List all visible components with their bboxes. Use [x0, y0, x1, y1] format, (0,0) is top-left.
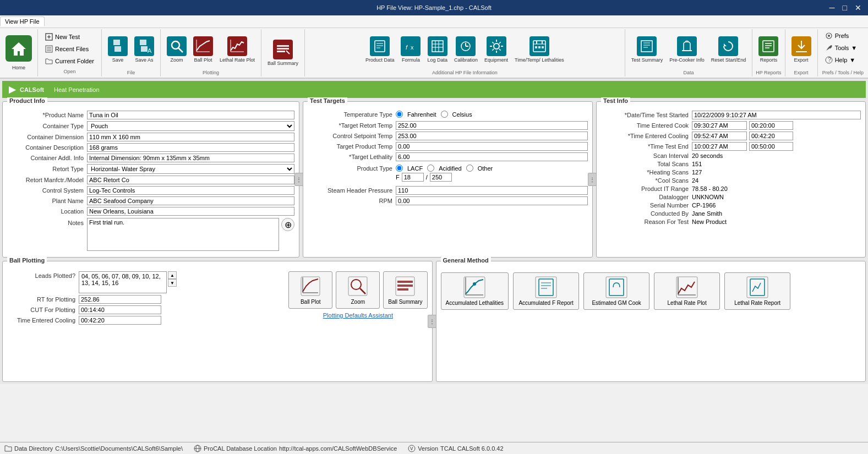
- current-folder-button[interactable]: Current Folder: [42, 56, 97, 67]
- lethal-rate-plot-button[interactable]: Lethal Rate Plot: [217, 34, 258, 65]
- time-entered-cook-input1[interactable]: [692, 121, 747, 130]
- notes-label: Notes: [7, 218, 87, 226]
- f-value2-input[interactable]: [430, 173, 452, 182]
- ball-summary-panel-btn[interactable]: Ball Summary: [383, 271, 427, 309]
- version-label: Version: [418, 445, 438, 452]
- time-entered-cooling-input2[interactable]: [749, 132, 793, 140]
- container-desc-label: Container Description: [7, 144, 87, 151]
- target-product-row: Target Product Temp: [308, 142, 588, 151]
- control-setpoint-input[interactable]: [396, 132, 588, 140]
- time-entered-cooling-input1[interactable]: [692, 132, 747, 140]
- ball-plot-button[interactable]: Ball Plot: [190, 34, 216, 65]
- fahrenheit-radio[interactable]: [396, 111, 403, 118]
- retort-type-select[interactable]: Horizontal- Water Spray: [87, 164, 294, 174]
- pre-cooker-button[interactable]: Pre-Cooker Info: [667, 34, 707, 65]
- tec-input[interactable]: [79, 316, 161, 325]
- zoom-button[interactable]: Zoom: [164, 34, 189, 65]
- recent-files-button[interactable]: Recent Files: [42, 43, 97, 54]
- conducted-by-label: Conducted By: [601, 210, 692, 217]
- home-button[interactable]: [6, 35, 32, 62]
- celsius-radio[interactable]: [441, 111, 448, 118]
- time-temp-button[interactable]: Time/Temp/ Lethalities: [512, 34, 567, 65]
- retort-manfctr-input[interactable]: [87, 176, 294, 184]
- lethal-rate-plot-panel-btn[interactable]: Lethal Rate Plot: [654, 272, 720, 310]
- heating-scans-value: 127: [692, 169, 702, 176]
- log-data-button[interactable]: Log Data: [424, 34, 450, 65]
- time-test-end-label: *Time Test End: [601, 143, 692, 150]
- time-entered-cook-input2[interactable]: [749, 121, 793, 130]
- container-addl-row: Container Addl. Info: [7, 154, 294, 162]
- plotting-assistant-link[interactable]: Plotting Defaults Assistant: [323, 312, 393, 319]
- product-it-value: 78.58 - 80.20: [692, 185, 728, 192]
- target-product-input[interactable]: [396, 142, 588, 151]
- export-button[interactable]: Export: [789, 34, 814, 65]
- accumulated-lethalities-btn[interactable]: Accumulated Lethalities: [441, 272, 509, 310]
- reset-button[interactable]: Reset Start/End: [708, 34, 749, 65]
- location-input[interactable]: [87, 207, 294, 216]
- save-button[interactable]: Save: [105, 34, 130, 65]
- ball-plot-panel-btn[interactable]: Ball Plot: [288, 271, 332, 309]
- container-dim-input[interactable]: [87, 133, 294, 141]
- help-button[interactable]: ? Help ▼: [822, 54, 864, 65]
- acidified-radio[interactable]: [427, 165, 434, 172]
- f-value1-input[interactable]: [402, 173, 424, 182]
- product-name-input[interactable]: [87, 111, 294, 119]
- control-system-input[interactable]: [87, 186, 294, 195]
- rpm-input[interactable]: [396, 196, 588, 205]
- target-lethality-input[interactable]: [396, 152, 588, 161]
- product-data-button[interactable]: Product Data: [363, 34, 397, 65]
- plotting-label: Plotting: [203, 69, 219, 75]
- test-targets-expand[interactable]: ⋮: [588, 173, 597, 186]
- view-hp-file-tab[interactable]: View HP File: [0, 17, 45, 26]
- general-method-title: General Method: [441, 257, 491, 264]
- new-test-button[interactable]: New Test: [42, 31, 97, 42]
- formula-button[interactable]: fx Formula: [398, 34, 423, 65]
- rt-input[interactable]: [79, 295, 161, 304]
- toolbar: Home New Test Recent Files Current Folde…: [0, 28, 868, 79]
- time-test-end-input1[interactable]: [692, 142, 747, 151]
- test-summary-button[interactable]: Test Summary: [629, 34, 666, 65]
- time-test-end-input2[interactable]: [749, 142, 793, 151]
- svg-text:A: A: [148, 47, 152, 54]
- accumulated-f-btn[interactable]: Accumulated F Report: [513, 272, 579, 310]
- svg-rect-27: [277, 51, 285, 52]
- cut-input[interactable]: [79, 305, 161, 314]
- target-retort-row: *Target Retort Temp: [308, 121, 588, 130]
- product-info-expand[interactable]: ⋮: [294, 173, 303, 186]
- plant-name-input[interactable]: [87, 196, 294, 205]
- target-product-label: Target Product Temp: [308, 143, 396, 150]
- container-type-select[interactable]: Pouch: [87, 121, 294, 131]
- notes-textarea[interactable]: [87, 218, 279, 251]
- maximize-button[interactable]: □: [840, 3, 849, 12]
- target-retort-input[interactable]: [396, 121, 588, 130]
- container-desc-input[interactable]: [87, 143, 294, 152]
- save-as-button[interactable]: A Save As: [132, 34, 157, 65]
- leads-scroll-up[interactable]: ▲: [168, 271, 177, 279]
- additional-buttons: Product Data fx Formula Log Data Calibra…: [363, 30, 567, 69]
- ball-summary-buttons: Ball Summary: [265, 30, 301, 75]
- notes-row: Notes ⊕: [7, 218, 294, 251]
- leads-scroll-down[interactable]: ▼: [168, 279, 177, 287]
- notes-add-button[interactable]: ⊕: [281, 218, 294, 231]
- control-system-row: Control System: [7, 186, 294, 195]
- leads-list[interactable]: 04, 05, 06, 07, 08, 09, 10, 12, 13, 14, …: [79, 271, 167, 293]
- close-button[interactable]: ✕: [853, 3, 864, 12]
- zoom-panel-btn[interactable]: Zoom: [336, 271, 380, 309]
- steam-header-input[interactable]: [396, 186, 588, 195]
- equipment-button[interactable]: Equipment: [482, 34, 511, 65]
- calibration-button[interactable]: Calibration: [451, 34, 481, 65]
- container-addl-input[interactable]: [87, 154, 294, 162]
- lethal-rate-report-panel-btn[interactable]: Lethal Rate Report: [724, 272, 790, 310]
- minimize-button[interactable]: ─: [827, 3, 837, 12]
- other-radio[interactable]: [466, 165, 473, 172]
- ball-plotting-title: Ball Plotting: [7, 257, 47, 264]
- estimated-gm-btn[interactable]: Estimated GM Cook: [583, 272, 649, 310]
- ball-plotting-expand[interactable]: ⋮: [428, 315, 436, 328]
- date-time-input[interactable]: [692, 111, 861, 119]
- collapse-arrow[interactable]: ▶: [9, 84, 15, 95]
- tools-button[interactable]: Tools ▼: [822, 42, 864, 53]
- prefs-button[interactable]: Prefs: [822, 30, 864, 41]
- ball-summary-toolbar-button[interactable]: Ball Summary: [265, 37, 301, 69]
- lacf-radio[interactable]: [396, 165, 403, 172]
- reports-button[interactable]: Reports: [756, 34, 781, 65]
